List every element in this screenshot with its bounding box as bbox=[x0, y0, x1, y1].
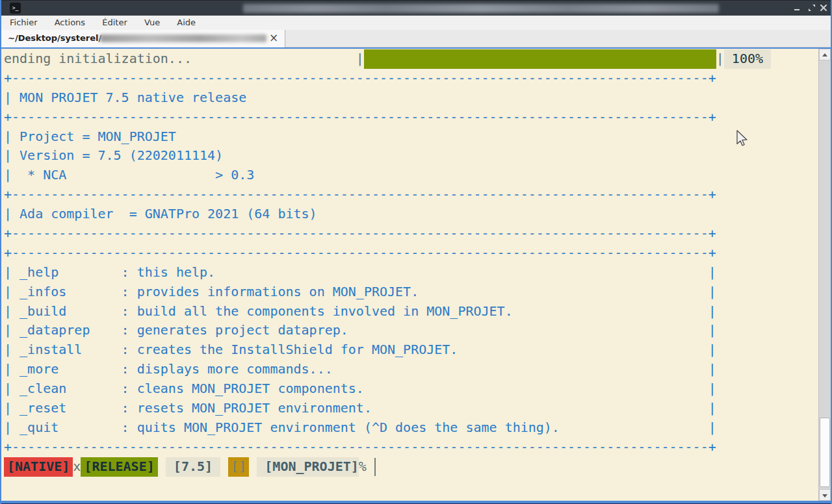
terminal-line: | _help : this help. | bbox=[4, 263, 815, 283]
prompt-symbol: % bbox=[359, 459, 367, 474]
terminal-line: +---------------------------------------… bbox=[4, 438, 815, 457]
prompt-line: [NATIVE]x[RELEASE] [7.5] [] [MON_PROJET]… bbox=[4, 457, 815, 477]
arrow-down-icon bbox=[822, 494, 827, 498]
menu-item-actions[interactable]: Actions bbox=[47, 16, 93, 30]
terminal-line: | * NCA > 0.3 bbox=[4, 166, 815, 185]
menu-item-aide[interactable]: Aide bbox=[170, 16, 203, 30]
terminal-line: | _reset : resets MON_PROJET environment… bbox=[4, 399, 815, 418]
terminal-line: | MON PROJET 7.5 native release bbox=[4, 88, 815, 108]
menu-item-vue[interactable]: Vue bbox=[137, 16, 167, 30]
tab-bar: ~/Desktop/systerel/ × bbox=[1, 30, 831, 47]
terminal-line: | _install : creates the InstallShield f… bbox=[4, 340, 815, 360]
menu-bar: Fichier Actions Éditer Vue Aide bbox=[1, 16, 831, 30]
terminal-line: | Project = MON_PROJET bbox=[4, 127, 815, 147]
title-bar[interactable]: >_ bbox=[1, 0, 831, 16]
text-cursor bbox=[374, 458, 376, 476]
minimize-button[interactable] bbox=[791, 2, 803, 14]
menu-item-editer[interactable]: Éditer bbox=[95, 16, 135, 30]
terminal-line: | Ada compiler = GNATPro 2021 (64 bits) bbox=[4, 205, 815, 224]
prompt-badge-project: [MON_PROJET] bbox=[257, 457, 359, 477]
progress-bar-fill bbox=[364, 49, 716, 69]
terminal-line: | Version = 7.5 (2202011114) bbox=[4, 146, 815, 166]
progress-label: ending initialization... bbox=[4, 51, 192, 66]
maximize-button[interactable] bbox=[806, 2, 818, 14]
progress-line: ending initialization... | | 100% bbox=[4, 49, 815, 69]
scrollbar[interactable] bbox=[818, 49, 831, 501]
terminal-line: | _clean : cleans MON_PROJET components.… bbox=[4, 379, 815, 399]
tab-title: ~/Desktop/systerel/ bbox=[8, 33, 101, 43]
terminal-line: +---------------------------------------… bbox=[4, 185, 815, 205]
prompt-badge-release: [RELEASE] bbox=[81, 457, 157, 477]
scrollbar-down-button[interactable] bbox=[819, 489, 831, 501]
terminal-line: | _infos : provides informations on MON_… bbox=[4, 283, 815, 302]
terminal-line: | _build : build all the components invo… bbox=[4, 302, 815, 321]
blurred-window-title bbox=[243, 4, 719, 13]
prompt-badge-native: [NATIVE] bbox=[4, 457, 73, 477]
progress-percent: 100% bbox=[724, 49, 771, 69]
arrow-up-icon bbox=[822, 53, 827, 57]
focus-border-bottom bbox=[1, 501, 831, 504]
scrollbar-up-button[interactable] bbox=[819, 49, 831, 60]
prompt-badge-empty: [] bbox=[228, 457, 249, 477]
tab-close-icon[interactable]: × bbox=[268, 32, 280, 44]
terminal-line: | _dataprep : generates project dataprep… bbox=[4, 321, 815, 340]
terminal[interactable]: ending initialization... | | 100% +-----… bbox=[1, 49, 831, 501]
terminal-tab[interactable]: ~/Desktop/systerel/ × bbox=[1, 30, 285, 47]
terminal-content: ending initialization... | | 100% +-----… bbox=[4, 49, 815, 477]
terminal-window: >_ Fichier Actions Éditer Vue Aide ~/Des… bbox=[0, 0, 832, 504]
terminal-app-icon: >_ bbox=[10, 3, 21, 14]
terminal-line: +---------------------------------------… bbox=[4, 108, 815, 127]
terminal-line: +---------------------------------------… bbox=[4, 244, 815, 263]
prompt-badge-version: [7.5] bbox=[166, 457, 220, 477]
blurred-tab-title bbox=[100, 34, 266, 42]
scrollbar-thumb[interactable] bbox=[820, 418, 830, 487]
prompt-separator: x bbox=[73, 459, 81, 474]
terminal-line: | _quit : quits MON_PROJET environment (… bbox=[4, 418, 815, 438]
terminal-line: +---------------------------------------… bbox=[4, 69, 815, 88]
menu-item-fichier[interactable]: Fichier bbox=[3, 16, 45, 30]
terminal-line: +---------------------------------------… bbox=[4, 224, 815, 244]
terminal-line: | _more : displays more commands... | bbox=[4, 360, 815, 379]
close-button[interactable] bbox=[818, 2, 829, 14]
